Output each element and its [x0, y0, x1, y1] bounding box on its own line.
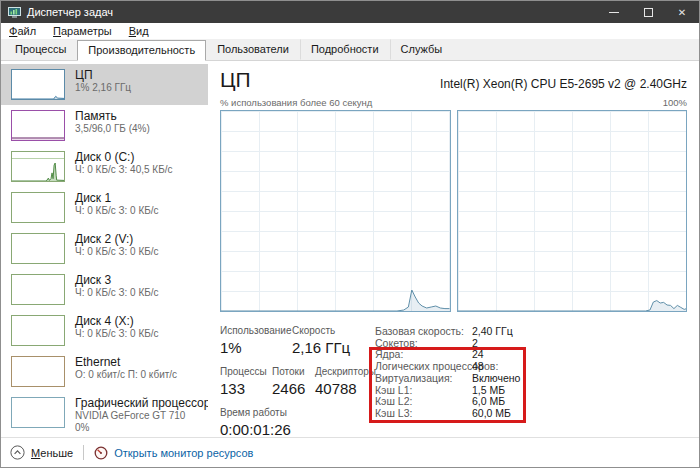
spec-value: 60,0 МБ	[472, 408, 511, 420]
sidebar-item-cpu[interactable]: ЦП1% 2,16 ГГц	[1, 64, 208, 105]
sidebar-item-subtext: NVIDIA GeForce GT 710	[75, 410, 208, 422]
sidebar-item-subtext: Ч: 0 КБ/с З: 0 КБ/с	[75, 287, 159, 299]
less-details-button[interactable]: Меньше	[10, 445, 73, 460]
resource-monitor-icon	[94, 446, 108, 460]
sidebar-item-gpu0[interactable]: Графический процессор 0NVIDIA GeForce GT…	[1, 392, 208, 437]
mini-chart-gpu0	[11, 397, 65, 428]
tab-2[interactable]: Производительность	[77, 40, 206, 61]
sidebar-item-ethernet[interactable]: EthernetО: 0 кбит/с П: 0 кбит/с	[1, 351, 208, 392]
sidebar-item-subtext: 1% 2,16 ГГц	[75, 82, 131, 94]
sidebar-item-disk3[interactable]: Диск 3Ч: 0 КБ/с З: 0 КБ/с	[1, 269, 208, 310]
stat-speed: Скорость 2,16 ГГц	[292, 325, 350, 357]
sidebar-item-text: Диск 3Ч: 0 КБ/с З: 0 КБ/с	[75, 273, 159, 299]
sidebar-item-text: Диск 4 (X:)Ч: 0 КБ/с З: 0 КБ/с	[75, 314, 159, 340]
footer-separator	[83, 445, 84, 460]
sidebar-item-disk0[interactable]: Диск 0 (C:)Ч: 0 КБ/с З: 40,5 КБ/с	[1, 146, 208, 187]
stat-processes: Процессы 133	[220, 366, 272, 398]
mini-chart-disk2	[11, 233, 65, 264]
stat-handles: Дескрипторы 40788	[315, 366, 376, 398]
content-area: ЦП1% 2,16 ГГцПамять3,5/96,0 ГБ (4%)Диск …	[1, 61, 699, 437]
window-controls: ✕	[597, 1, 699, 23]
spec-row-5: Виртуализация:Включено	[375, 373, 520, 385]
sidebar-item-text: Графический процессор 0NVIDIA GeForce GT…	[75, 396, 208, 434]
sidebar-item-subtext: О: 0 кбит/с П: 0 кбит/с	[75, 369, 177, 381]
cpu-specs: Базовая скорость:2,40 ГГцСокетов:2Ядра:2…	[375, 325, 520, 437]
mini-chart-memory	[11, 110, 65, 141]
menu-item-3[interactable]: Вид	[129, 25, 149, 37]
mini-chart-disk4	[11, 315, 65, 346]
sidebar-item-text: Диск 2 (V:)Ч: 0 КБ/с З: 0 КБ/с	[75, 232, 159, 258]
chart-caption-left: % использования более 60 секунд	[220, 97, 372, 110]
mini-chart-ethernet	[11, 356, 65, 387]
sidebar-item-title: Диск 4 (X:)	[75, 314, 159, 328]
tab-3[interactable]: Пользователи	[206, 39, 300, 60]
spec-value: Включено	[472, 373, 520, 385]
menu-item-2[interactable]: Параметры	[53, 25, 112, 37]
close-button[interactable]: ✕	[665, 1, 699, 23]
cpu-header: ЦП Intel(R) Xeon(R) CPU E5-2695 v2 @ 2.4…	[220, 65, 687, 93]
task-manager-window: Диспетчер задач ✕ ФайлПараметрыВид Проце…	[0, 0, 700, 468]
menu-bar: ФайлПараметрыВид	[1, 23, 699, 39]
cpu-usage-chart-2[interactable]	[457, 110, 688, 312]
resource-monitor-label: Открыть монитор ресурсов	[114, 447, 253, 459]
sidebar-item-title: Диск 3	[75, 273, 159, 287]
sidebar-item-title: ЦП	[75, 68, 131, 82]
sidebar-item-disk4[interactable]: Диск 4 (X:)Ч: 0 КБ/с З: 0 КБ/с	[1, 310, 208, 351]
sidebar-item-disk1[interactable]: Диск 1Ч: 0 КБ/с З: 0 КБ/с	[1, 187, 208, 228]
sidebar-item-subtext: Ч: 0 КБ/с З: 0 КБ/с	[75, 205, 159, 217]
tab-5[interactable]: Службы	[390, 39, 454, 60]
stat-uptime: Время работы 0:00:01:26	[220, 407, 291, 437]
sidebar-item-text: EthernetО: 0 кбит/с П: 0 кбит/с	[75, 355, 177, 381]
sidebar-item-text: Память3,5/96,0 ГБ (4%)	[75, 109, 150, 135]
cpu-model-name: Intel(R) Xeon(R) CPU E5-2695 v2 @ 2.40GH…	[440, 75, 687, 93]
sidebar-item-title: Диск 0 (C:)	[75, 150, 173, 164]
chart-caption: % использования более 60 секунд 100%	[220, 97, 687, 110]
sidebar-item-title: Память	[75, 109, 150, 123]
sidebar-item-subtext: Ч: 0 КБ/с З: 0 КБ/с	[75, 328, 159, 340]
mini-chart-disk0	[11, 151, 65, 182]
chart-caption-right: 100%	[663, 97, 687, 110]
minimize-button[interactable]	[597, 1, 631, 23]
sidebar-item-title: Диск 1	[75, 191, 159, 205]
menu-item-1[interactable]: Файл	[9, 25, 36, 37]
stat-threads: Потоки 2466	[272, 366, 315, 398]
less-details-label: Меньше	[31, 447, 73, 459]
mini-chart-cpu	[11, 69, 65, 100]
task-manager-icon	[8, 7, 21, 18]
chevron-up-circle-icon	[10, 445, 25, 460]
maximize-button[interactable]	[631, 1, 665, 23]
spec-label: Базовая скорость:	[375, 326, 472, 338]
sidebar-item-subtext: 0%	[75, 422, 208, 434]
sidebar: ЦП1% 2,16 ГГцПамять3,5/96,0 ГБ (4%)Диск …	[1, 61, 208, 437]
sidebar-item-text: Диск 1Ч: 0 КБ/с З: 0 КБ/с	[75, 191, 159, 217]
spec-row-8: Кэш L3:60,0 МБ	[375, 408, 520, 420]
sidebar-item-title: Диск 2 (V:)	[75, 232, 159, 246]
sidebar-item-text: ЦП1% 2,16 ГГц	[75, 68, 131, 94]
spec-label: Виртуализация:	[375, 373, 472, 385]
sidebar-item-subtext: Ч: 0 КБ/с З: 40,5 КБ/с	[75, 164, 173, 176]
sidebar-item-title: Ethernet	[75, 355, 177, 369]
sidebar-item-subtext: Ч: 0 КБ/с З: 0 КБ/с	[75, 246, 159, 258]
tab-4[interactable]: Подробности	[300, 39, 390, 60]
tab-1[interactable]: Процессы	[4, 39, 77, 60]
mini-chart-disk1	[11, 192, 65, 223]
spec-label: Кэш L3:	[375, 408, 472, 420]
title-bar: Диспетчер задач ✕	[1, 1, 699, 23]
spec-row-1: Базовая скорость:2,40 ГГц	[375, 326, 520, 338]
footer-bar: Меньше Открыть монитор ресурсов	[1, 437, 699, 467]
sidebar-item-disk2[interactable]: Диск 2 (V:)Ч: 0 КБ/с З: 0 КБ/с	[1, 228, 208, 269]
stat-usage: Использование 1%	[220, 325, 292, 357]
sidebar-item-text: Диск 0 (C:)Ч: 0 КБ/с З: 40,5 КБ/с	[75, 150, 173, 176]
tab-bar: ПроцессыПроизводительностьПользователиПо…	[1, 39, 699, 61]
cpu-stats-dynamic: Использование 1% Скорость 2,16 ГГц Проце…	[220, 325, 375, 437]
cpu-panel: ЦП Intel(R) Xeon(R) CPU E5-2695 v2 @ 2.4…	[208, 61, 699, 437]
mini-chart-disk3	[11, 274, 65, 305]
sidebar-item-memory[interactable]: Память3,5/96,0 ГБ (4%)	[1, 105, 208, 146]
sidebar-item-subtext: 3,5/96,0 ГБ (4%)	[75, 123, 150, 135]
window-title: Диспетчер задач	[27, 6, 113, 18]
spec-value: 2,40 ГГц	[472, 326, 513, 338]
open-resource-monitor-link[interactable]: Открыть монитор ресурсов	[94, 446, 253, 460]
cpu-usage-chart-1[interactable]	[220, 110, 451, 312]
cpu-charts	[220, 110, 687, 312]
cpu-stats: Использование 1% Скорость 2,16 ГГц Проце…	[220, 325, 687, 437]
